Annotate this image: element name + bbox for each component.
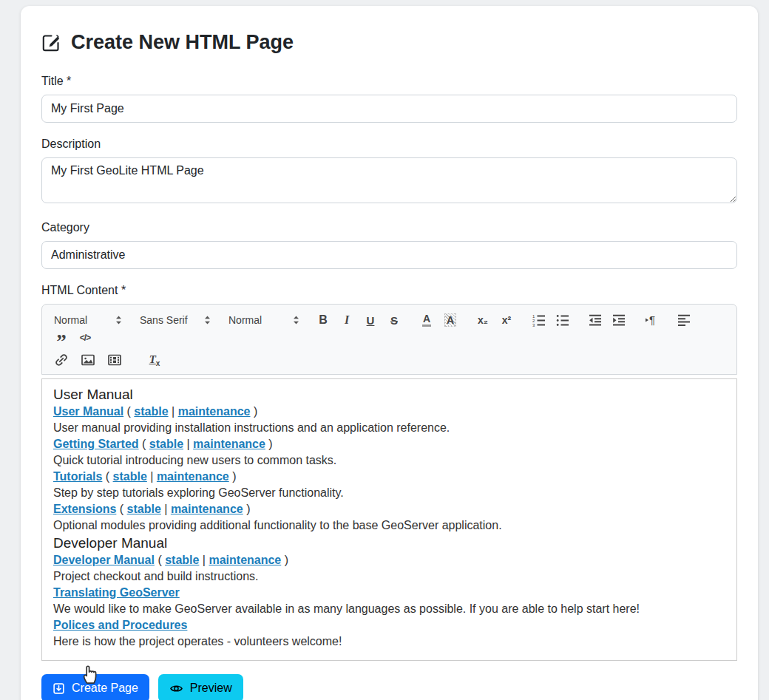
svg-text:3: 3	[532, 323, 535, 327]
editor-link[interactable]: Tutorials	[53, 470, 102, 483]
editor-line: Quick tutorial introducing new users to …	[53, 452, 725, 469]
page-title: Create New HTML Page	[41, 31, 737, 54]
ordered-list-button[interactable]: 1 2 3	[529, 311, 549, 329]
editor-text: |	[183, 438, 193, 450]
code-block-button[interactable]: </>	[75, 329, 95, 347]
editor-text: Optional modules providing additional fu…	[53, 519, 502, 531]
editor-line: We would like to make GeoServer availabl…	[53, 601, 725, 617]
editor-text: Step by step tutorials exploring GeoServ…	[53, 486, 344, 499]
video-icon	[108, 353, 121, 367]
editor-text: |	[169, 405, 178, 418]
text-direction-icon: ¶	[645, 313, 659, 327]
editor-link[interactable]: Extensions	[53, 503, 116, 515]
create-page-button[interactable]: Create Page	[41, 674, 149, 700]
indent-button[interactable]	[609, 311, 629, 329]
background-color-button[interactable]: A	[440, 311, 461, 329]
description-label: Description	[41, 137, 737, 151]
editor-link[interactable]: Developer Manual	[53, 554, 155, 566]
editor-line: Here is how the project operates - volun…	[53, 633, 725, 650]
description-textarea[interactable]: My First GeoLite HTML Page	[41, 157, 737, 203]
editor-text: (	[155, 554, 165, 566]
editor-line: Tutorials ( stable | maintenance )	[53, 469, 725, 485]
outdent-button[interactable]	[585, 311, 606, 329]
bold-button[interactable]: B	[313, 311, 333, 329]
editor-link[interactable]: stable	[127, 503, 161, 515]
insert-image-button[interactable]	[78, 351, 98, 369]
strikethrough-icon: S	[390, 314, 398, 327]
editor-text: |	[199, 554, 209, 566]
superscript-icon: x²	[502, 314, 511, 326]
background-color-icon: A	[444, 313, 456, 327]
picker-arrows-icon	[293, 315, 299, 325]
insert-link-button[interactable]	[51, 351, 72, 369]
editor-link[interactable]: maintenance	[193, 438, 265, 450]
text-color-button[interactable]: A	[416, 311, 437, 329]
create-page-card: Create New HTML Page Title * Description…	[21, 6, 758, 700]
size-picker-value: Normal	[228, 314, 262, 326]
editor-link[interactable]: maintenance	[157, 470, 229, 483]
title-input[interactable]	[41, 95, 737, 123]
editor-line: Developer Manual	[53, 534, 725, 552]
editor-line: Translating GeoServer	[53, 585, 725, 601]
blockquote-button[interactable]: ”	[51, 329, 72, 347]
superscript-button[interactable]: x²	[496, 311, 517, 329]
editor-link[interactable]: maintenance	[171, 503, 243, 515]
editor-link[interactable]: Getting Started	[53, 438, 139, 450]
font-picker-value: Sans Serif	[140, 314, 188, 326]
insert-video-button[interactable]	[104, 351, 125, 369]
picker-arrows-icon	[204, 315, 211, 325]
text-direction-button[interactable]: ¶	[641, 311, 662, 329]
editor-link[interactable]: User Manual	[53, 405, 123, 418]
editor-line: User Manual ( stable | maintenance )	[53, 404, 725, 420]
italic-button[interactable]: I	[336, 311, 357, 329]
clean-formatting-button[interactable]: Tx	[144, 351, 165, 369]
editor-text: We would like to make GeoServer availabl…	[53, 602, 640, 615]
bullet-list-button[interactable]	[552, 311, 573, 329]
preview-label: Preview	[190, 682, 232, 695]
editor-link[interactable]: maintenance	[209, 554, 281, 566]
editor-content[interactable]: User ManualUser Manual ( stable | mainte…	[41, 378, 737, 661]
editor-line: Optional modules providing additional fu…	[53, 517, 725, 534]
pencil-square-icon	[41, 33, 61, 52]
picker-arrows-icon	[115, 315, 122, 325]
editor-text: Developer Manual	[53, 535, 167, 551]
preview-button[interactable]: Preview	[158, 674, 243, 700]
editor-line: Developer Manual ( stable | maintenance …	[53, 552, 725, 568]
align-button[interactable]	[674, 311, 694, 329]
editor-line: Extensions ( stable | maintenance )	[53, 501, 725, 517]
code-block-icon: </>	[80, 333, 90, 343]
create-page-label: Create Page	[72, 682, 138, 695]
editor-text: (	[116, 503, 126, 515]
save-icon	[52, 682, 65, 695]
editor-text: |	[161, 503, 171, 515]
svg-text:¶: ¶	[649, 313, 655, 326]
editor-text: )	[243, 503, 251, 515]
editor-text: )	[229, 470, 237, 483]
editor-line: Polices and Procedures	[53, 617, 725, 633]
editor-text: )	[265, 438, 273, 450]
editor-text: (	[123, 405, 134, 418]
font-picker[interactable]: Sans Serif	[137, 313, 214, 327]
size-picker[interactable]: Normal	[226, 313, 302, 327]
editor-text: (	[102, 470, 112, 483]
outdent-icon	[589, 313, 602, 327]
strikethrough-button[interactable]: S	[384, 311, 404, 329]
editor-toolbar: Normal Sans Serif Normal B I U S	[41, 304, 737, 375]
editor-link[interactable]: stable	[149, 438, 183, 450]
editor-link[interactable]: Polices and Procedures	[53, 619, 187, 631]
editor-link[interactable]: stable	[113, 470, 147, 483]
link-icon	[55, 353, 68, 367]
image-icon	[81, 353, 95, 367]
editor-link[interactable]: Translating GeoServer	[53, 586, 180, 599]
editor-text: (	[139, 438, 149, 450]
editor-link[interactable]: stable	[134, 405, 168, 418]
category-label: Category	[41, 221, 737, 234]
editor-link[interactable]: maintenance	[178, 405, 251, 418]
header-format-picker[interactable]: Normal	[51, 313, 125, 327]
subscript-button[interactable]: x₂	[472, 311, 493, 329]
ordered-list-icon: 1 2 3	[532, 313, 546, 327]
category-input[interactable]	[41, 241, 737, 269]
underline-button[interactable]: U	[360, 311, 381, 329]
editor-link[interactable]: stable	[165, 554, 199, 566]
editor-text: Project checkout and build instructions.	[53, 570, 258, 582]
